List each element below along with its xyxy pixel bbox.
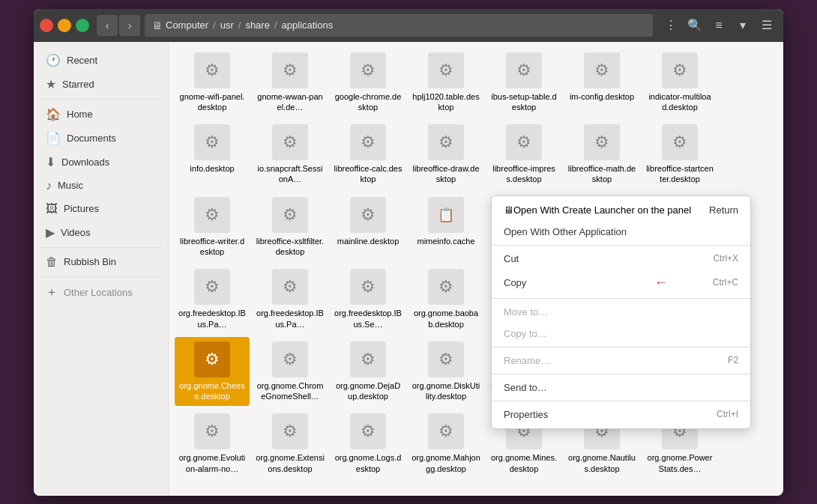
cut-button[interactable]: Cut Ctrl+X	[492, 248, 750, 270]
open-with-launcher-button[interactable]: 🖥 Open With Create Launcher on the panel	[492, 199, 697, 221]
file-item[interactable]: ⚙info.desktop	[175, 120, 250, 189]
sidebar-item-pictures[interactable]: 🖼 Pictures	[37, 198, 165, 220]
file-item[interactable]: ⚙ibus-setup-table.desktop	[486, 48, 561, 118]
gear-icon: ⚙	[283, 133, 298, 152]
copy-button[interactable]: Copy ← Ctrl+C	[492, 270, 750, 296]
file-icon: ⚙	[194, 52, 230, 88]
file-item[interactable]: 📋mimeinfo.cache	[408, 192, 483, 262]
file-name: org.gnome.Extensions.desktop	[256, 452, 325, 474]
file-name: libreoffice-impress.desktop	[489, 163, 558, 185]
file-name: gnome-wwan-panel.de…	[256, 91, 325, 113]
file-item[interactable]: ⚙libreoffice-math.desktop	[564, 120, 639, 189]
cut-label: Cut	[504, 253, 698, 264]
gear-icon: ⚙	[361, 422, 376, 441]
sidebar-divider-1	[40, 99, 162, 100]
file-item[interactable]: ⚙org.gnome.Mahjongg.desktop	[408, 409, 483, 479]
file-item[interactable]: ⚙libreoffice-startcenter.desktop	[642, 120, 717, 189]
sidebar-label-rubbish: Rubbish Bin	[64, 256, 116, 267]
back-button[interactable]: ‹	[97, 15, 118, 36]
view-toggle-button[interactable]: ▾	[732, 15, 753, 36]
file-icon: ⚙	[272, 413, 308, 449]
properties-button[interactable]: Properties Ctrl+I	[492, 404, 750, 425]
downloads-icon: ⬇	[46, 155, 55, 169]
starred-icon: ★	[46, 77, 56, 91]
file-item[interactable]: ⚙libreoffice-xsltfilter.desktop	[253, 192, 328, 262]
file-name: libreoffice-draw.desktop	[411, 163, 480, 185]
file-item[interactable]: ⚙indicator-multiload.desktop	[642, 48, 717, 118]
sidebar-item-rubbish[interactable]: 🗑 Rubbish Bin	[37, 251, 165, 273]
cut-shortcut: Ctrl+X	[713, 253, 738, 264]
gear-icon: ⚙	[361, 277, 376, 297]
address-bar[interactable]: 🖥 Computer / usr / share / applications	[145, 14, 653, 37]
search-button[interactable]: 🔍	[684, 15, 705, 36]
minimize-button[interactable]: −	[58, 19, 71, 32]
sidebar-item-recent[interactable]: 🕐 Recent	[37, 49, 165, 72]
sidebar-item-other[interactable]: ＋ Other Locations	[37, 280, 165, 305]
sidebar-item-music[interactable]: ♪ Music	[37, 174, 165, 197]
gear-icon: 📋	[438, 207, 454, 223]
file-icon: ⚙	[428, 413, 464, 449]
file-item[interactable]: ⚙libreoffice-impress.desktop	[486, 120, 561, 189]
file-item[interactable]: ⚙org.gnome.Cheese.desktop	[175, 337, 250, 407]
file-icon: ⚙	[584, 124, 620, 160]
sidebar-item-home[interactable]: 🏠 Home	[37, 103, 165, 126]
view-list-button[interactable]: ≡	[708, 15, 729, 36]
file-icon: ⚙	[428, 341, 464, 377]
file-item[interactable]: ⚙gnome-wwan-panel.de…	[253, 48, 328, 118]
file-item[interactable]: ⚙org.gnome.Logs.desktop	[331, 409, 406, 479]
file-item[interactable]: ⚙google-chrome.desktop	[331, 48, 406, 118]
file-icon: ⚙	[428, 124, 464, 160]
sidebar-item-videos[interactable]: ▶ Videos	[37, 221, 165, 244]
file-item[interactable]: ⚙org.gnome.DiskUtility.desktop	[408, 337, 483, 407]
send-to-button[interactable]: Send to…	[492, 377, 750, 398]
maximize-button[interactable]: □	[76, 19, 89, 32]
file-item[interactable]: ⚙org.freedesktop.IBus.Pa…	[253, 264, 328, 334]
file-icon: ⚙	[350, 341, 386, 377]
file-item[interactable]: ⚙org.gnome.ChromeGnomeShell…	[253, 337, 328, 407]
sidebar-label-starred: Starred	[62, 79, 94, 90]
file-icon: ⚙	[350, 197, 386, 233]
main-content: 🕐 Recent ★ Starred 🏠 Home 📄 Documents ⬇ …	[34, 42, 783, 496]
sidebar-item-documents[interactable]: 📄 Documents	[37, 127, 165, 150]
file-icon: ⚙	[194, 197, 230, 233]
file-manager-window: × − □ ‹ › 🖥 Computer / usr / share / app…	[34, 9, 783, 496]
forward-button[interactable]: ›	[119, 15, 140, 36]
file-icon: ⚙	[272, 269, 308, 305]
file-item[interactable]: ⚙libreoffice-writer.desktop	[175, 192, 250, 262]
gear-icon: ⚙	[205, 422, 220, 441]
file-icon: ⚙	[584, 52, 620, 88]
hamburger-menu-button[interactable]: ☰	[756, 15, 777, 36]
file-item[interactable]: ⚙gnome-wifi-panel.desktop	[175, 48, 250, 118]
sidebar-label-music: Music	[58, 180, 83, 191]
home-icon: 🏠	[46, 107, 61, 121]
gear-icon: ⚙	[361, 205, 376, 225]
properties-label: Properties	[504, 409, 702, 420]
file-item[interactable]: ⚙org.gnome.Evolution-alarm-no…	[175, 409, 250, 479]
close-button[interactable]: ×	[40, 19, 53, 32]
sidebar-item-starred[interactable]: ★ Starred	[37, 73, 165, 96]
file-icon: ⚙	[194, 413, 230, 449]
file-item[interactable]: ⚙libreoffice-draw.desktop	[408, 120, 483, 189]
file-item[interactable]: ⚙org.freedesktop.IBus.Pa…	[175, 264, 250, 334]
move-to-button: Move to…	[492, 301, 750, 323]
file-item[interactable]: ⚙io.snapcraft.SessionA…	[253, 120, 328, 189]
file-item[interactable]: ⚙mainline.desktop	[331, 192, 406, 262]
file-item[interactable]: ⚙hplj1020.table.desktop	[408, 48, 483, 118]
open-with-other-button[interactable]: Open With Other Application	[492, 221, 750, 243]
file-item[interactable]: ⚙org.gnome.baobab.desktop	[408, 264, 483, 334]
ctx-divider-3	[492, 347, 750, 347]
return-label[interactable]: Return	[697, 199, 750, 221]
properties-shortcut: Ctrl+I	[717, 409, 738, 419]
file-item[interactable]: ⚙im-config.desktop	[564, 48, 639, 118]
file-name: org.freedesktop.IBus.Pa…	[256, 308, 325, 330]
file-icon: ⚙	[428, 269, 464, 305]
copy-shortcut: Ctrl+C	[713, 277, 738, 288]
menu-dots-button[interactable]: ⋮	[660, 15, 681, 36]
file-item[interactable]: ⚙libreoffice-calc.desktop	[331, 120, 406, 189]
sidebar-item-downloads[interactable]: ⬇ Downloads	[37, 151, 165, 174]
file-item[interactable]: ⚙org.gnome.Extensions.desktop	[253, 409, 328, 479]
gear-icon: ⚙	[205, 277, 220, 297]
gear-icon: ⚙	[283, 277, 298, 297]
file-item[interactable]: ⚙org.gnome.DejaDup.desktop	[331, 337, 406, 407]
file-item[interactable]: ⚙org.freedesktop.IBus.Se…	[331, 264, 406, 334]
